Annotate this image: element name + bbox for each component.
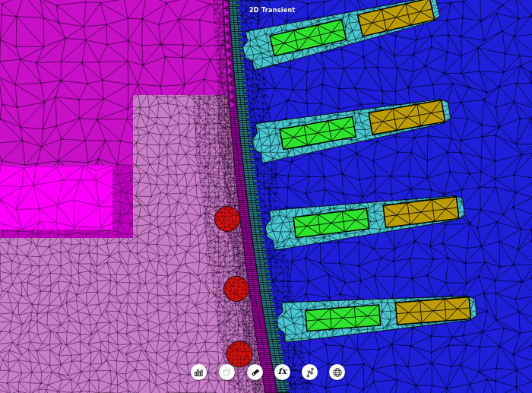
bar-chart-button[interactable] xyxy=(191,364,207,380)
mesh-plot-canvas[interactable] xyxy=(0,0,532,393)
tag-button[interactable] xyxy=(247,364,263,380)
function-button[interactable]: fx xyxy=(274,364,290,380)
bar-chart-icon xyxy=(194,367,204,377)
scatter-line-icon xyxy=(305,367,315,378)
box-button[interactable] xyxy=(219,364,235,380)
globe-button[interactable] xyxy=(329,364,345,380)
tag-icon xyxy=(250,367,261,378)
fx-icon: fx xyxy=(278,367,287,376)
solution-type-label: 2D Transient xyxy=(249,7,296,14)
scatter-line-button[interactable] xyxy=(302,364,318,380)
globe-icon xyxy=(332,367,343,378)
mesh-viewport: 2D Transient xyxy=(0,0,532,393)
box-icon xyxy=(222,367,232,377)
